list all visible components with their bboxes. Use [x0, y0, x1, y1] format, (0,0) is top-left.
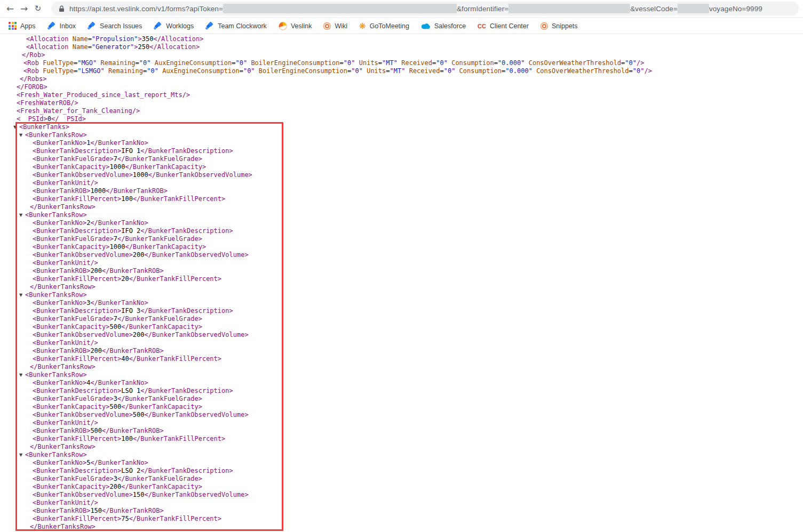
- client-center-cc-icon: CC: [478, 23, 486, 29]
- xml-line: <BunkerTankNo>2</BunkerTankNo>: [0, 219, 803, 227]
- xml-line: </FOROB>: [0, 83, 803, 91]
- xml-line: <BunkerTankNo>3</BunkerTankNo>: [0, 299, 803, 307]
- bookmark-apps[interactable]: Apps: [5, 20, 39, 31]
- xml-line: <BunkerTankROB>200</BunkerTankROB>: [0, 267, 803, 275]
- padlock-icon[interactable]: [59, 5, 65, 12]
- address-bar[interactable]: https://api.test.veslink.com/v1/forms?ap…: [51, 2, 799, 15]
- xml-line: </BunkerTanksRow>: [0, 363, 803, 371]
- xml-line: <BunkerTankROB>500</BunkerTankROB>: [0, 427, 803, 435]
- url-segment: voyageNo=9999: [709, 5, 762, 13]
- xml-line: <BunkerTankROB>200</BunkerTankROB>: [0, 347, 803, 355]
- url-text: https://api.test.veslink.com/v1/forms?ap…: [69, 4, 762, 13]
- bookmark-label: Search Issues: [100, 22, 142, 30]
- xml-line: <BunkerTankDescription>IFO 3</BunkerTank…: [0, 307, 803, 315]
- xml-line: ▼<BunkerTanks>: [0, 123, 803, 131]
- reload-icon[interactable]: ↻: [31, 2, 45, 15]
- xml-line: </BunkerTanksRow>: [0, 203, 803, 211]
- xml-line: <BunkerTankObservedVolume>200</BunkerTan…: [0, 251, 803, 259]
- bookmark-gotomeeting[interactable]: ❋GoToMeeting: [356, 20, 412, 32]
- xml-line: <BunkerTankUnit/>: [0, 179, 803, 187]
- jira-icon: [205, 22, 214, 30]
- collapse-arrow-icon[interactable]: ▼: [19, 131, 25, 139]
- url-segment: &vesselCode=: [630, 5, 678, 13]
- jira-icon: [47, 22, 56, 30]
- xml-line: <Fresh_Water_Produced_since_last_report_…: [0, 91, 803, 99]
- jira-icon: [154, 22, 162, 30]
- bookmark-label: GoToMeeting: [370, 22, 409, 30]
- bookmark-inbox[interactable]: Inbox: [44, 20, 79, 32]
- xml-line: <BunkerTankROB>1000</BunkerTankROB>: [0, 187, 803, 195]
- url-segment: https://api.test.veslink.com/v1/forms?ap…: [69, 5, 223, 13]
- collapse-arrow-icon[interactable]: ▼: [19, 371, 25, 379]
- xml-line: <BunkerTankFillPercent>20</BunkerTankFil…: [0, 275, 803, 283]
- xml-line: </BunkerTanksRow>: [0, 523, 803, 531]
- bookmark-client-center[interactable]: CCClient Center: [474, 21, 532, 31]
- xml-line: <BunkerTankDescription>LSO 1</BunkerTank…: [0, 387, 803, 395]
- bookmark-search-issues[interactable]: Search Issues: [84, 20, 145, 32]
- xml-line: <BunkerTankFuelGrade>7</BunkerTankFuelGr…: [0, 315, 803, 323]
- xml-line: </BunkerTanksRow>: [0, 443, 803, 451]
- bookmark-label: Snippets: [552, 22, 578, 30]
- bookmark-label: Worklogs: [166, 22, 194, 30]
- bookmark-team-clockwork[interactable]: Team Clockwork: [202, 20, 270, 32]
- ring-icon: [542, 24, 546, 28]
- xml-line: <BunkerTankFillPercent>40</BunkerTankFil…: [0, 355, 803, 363]
- back-arrow-icon[interactable]: ←: [3, 2, 17, 15]
- xml-line: </Robs>: [0, 75, 803, 83]
- xml-line: <BunkerTankCapacity>1000</BunkerTankCapa…: [0, 243, 803, 251]
- url-segment: &formIdentifier=: [457, 5, 508, 13]
- bookmarks-bar: AppsInboxSearch IssuesWorklogsTeam Clock…: [0, 18, 803, 34]
- xml-line: <Rob FuelType="MGO" Remaining="0" AuxEng…: [0, 59, 803, 67]
- bookmark-label: Salesforce: [434, 22, 466, 30]
- xml-line: <BunkerTankCapacity>500</BunkerTankCapac…: [0, 323, 803, 331]
- gotomeeting-flower-icon: ❋: [359, 22, 366, 30]
- xml-line: <__PSId>0</__PSId>: [0, 115, 803, 123]
- bookmark-label: Veslink: [291, 22, 312, 30]
- xml-line: <BunkerTankObservedVolume>500</BunkerTan…: [0, 411, 803, 419]
- browser-toolbar: ← → ↻ https://api.test.veslink.com/v1/fo…: [0, 0, 803, 18]
- xml-line: <BunkerTankCapacity>200</BunkerTankCapac…: [0, 483, 803, 491]
- url-redacted-block: [223, 4, 457, 13]
- xml-line: </BunkerTanksRow>: [0, 283, 803, 291]
- xml-line: <BunkerTankCapacity>1000</BunkerTankCapa…: [0, 163, 803, 171]
- xml-line: <BunkerTankUnit/>: [0, 259, 803, 267]
- xml-line: <BunkerTankCapacity>500</BunkerTankCapac…: [0, 403, 803, 411]
- bookmark-label: Wiki: [335, 22, 347, 30]
- xml-line: <Fresh_Water_for_Tank_Cleaning/>: [0, 107, 803, 115]
- xml-line: <BunkerTankObservedVolume>200</BunkerTan…: [0, 331, 803, 339]
- xml-line: <BunkerTankFuelGrade>7</BunkerTankFuelGr…: [0, 155, 803, 163]
- xml-line: <BunkerTankNo>5</BunkerTankNo>: [0, 459, 803, 467]
- xml-line: <BunkerTankUnit/>: [0, 499, 803, 507]
- collapse-arrow-icon[interactable]: ▼: [19, 291, 25, 299]
- bookmark-snippets[interactable]: Snippets: [537, 21, 581, 31]
- xml-line: <BunkerTankFillPercent>100</BunkerTankFi…: [0, 195, 803, 203]
- collapse-arrow-icon[interactable]: ▼: [13, 123, 19, 131]
- xml-line: <BunkerTankROB>150</BunkerTankROB>: [0, 507, 803, 515]
- xml-line: <FreshWaterROB/>: [0, 99, 803, 107]
- bookmark-label: Client Center: [490, 22, 529, 30]
- xml-line: ▼<BunkerTanksRow>: [0, 131, 803, 139]
- bookmark-label: Team Clockwork: [218, 22, 267, 30]
- xml-line: <BunkerTankDescription>LSO 2</BunkerTank…: [0, 467, 803, 475]
- bookmark-worklogs[interactable]: Worklogs: [150, 20, 197, 32]
- xml-line: <BunkerTankFuelGrade>7</BunkerTankFuelGr…: [0, 235, 803, 243]
- bookmark-wiki[interactable]: Wiki: [320, 21, 351, 31]
- url-redacted-block: [678, 4, 709, 13]
- bookmark-salesforce[interactable]: Salesforce: [418, 21, 469, 31]
- jira-icon: [88, 22, 96, 30]
- xml-line: <BunkerTankObservedVolume>150</BunkerTan…: [0, 491, 803, 499]
- url-redacted-block: [508, 4, 630, 13]
- apps-grid-icon: [9, 22, 17, 30]
- xml-line: <BunkerTankDescription>IFO 2</BunkerTank…: [0, 227, 803, 235]
- xml-line: <Rob FuelType="LSMGO" Remaining="0" AuxE…: [0, 67, 803, 75]
- xml-line: <BunkerTankFillPercent>75</BunkerTankFil…: [0, 515, 803, 523]
- forward-arrow-icon[interactable]: →: [17, 2, 31, 15]
- xml-line: </Rob>: [0, 51, 803, 59]
- xml-line: <BunkerTankFillPercent>100</BunkerTankFi…: [0, 435, 803, 443]
- xml-line: ▼<BunkerTanksRow>: [0, 371, 803, 379]
- xml-viewer: <Allocation Name="Propulsion">350</Alloc…: [0, 34, 803, 531]
- collapse-arrow-icon[interactable]: ▼: [19, 211, 25, 219]
- collapse-arrow-icon[interactable]: ▼: [19, 451, 25, 459]
- xml-line: <BunkerTankFuelGrade>3</BunkerTankFuelGr…: [0, 395, 803, 403]
- bookmark-veslink[interactable]: Veslink: [275, 20, 315, 32]
